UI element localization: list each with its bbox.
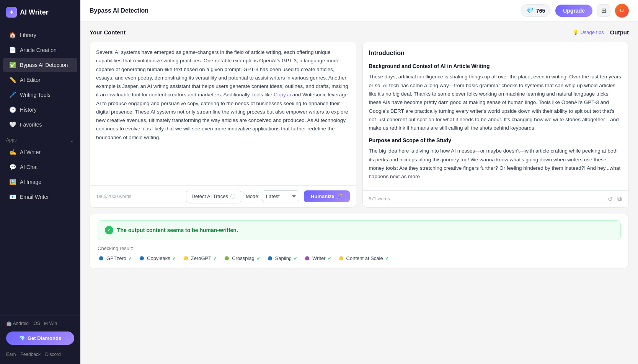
output-intro-heading: Introduction bbox=[369, 48, 623, 58]
your-content-label: Your Content bbox=[90, 29, 126, 36]
usage-tips[interactable]: 💡 Usage tips bbox=[573, 29, 604, 35]
success-check-icon: ✓ bbox=[105, 226, 113, 234]
sidebar-nav: 🏠Library📄Article Creation✅Bypass AI Dete… bbox=[0, 24, 80, 315]
output-label: Output bbox=[610, 29, 629, 36]
checker-item-zerogpt: 🟡ZeroGPT✓ bbox=[182, 255, 217, 262]
sidebar-item-article-creation[interactable]: 📄Article Creation bbox=[3, 43, 77, 57]
app-item-label: AI Chat bbox=[20, 164, 38, 170]
checker-name: ZeroGPT bbox=[191, 255, 211, 261]
copy-ai-link[interactable]: Copy.ai bbox=[274, 92, 291, 98]
checker-name: Crossplag bbox=[232, 255, 255, 261]
checker-row: 🔵GPTzero✓🔵Copyleaks✓🟡ZeroGPT✓🟢Crossplag✓… bbox=[98, 255, 621, 262]
apps-section-label: Apps ⌄ bbox=[0, 132, 80, 145]
mode-select-input[interactable]: Latest Standard Advanced bbox=[262, 190, 299, 202]
word-count: 1865/2000 words bbox=[96, 194, 181, 199]
grid-view-button[interactable]: ⊞ bbox=[597, 4, 610, 17]
article-creation-icon: 📄 bbox=[9, 47, 16, 54]
checker-name: Sapling bbox=[275, 255, 292, 261]
checker-name: Content at Scale bbox=[346, 255, 383, 261]
checker-item-sapling: 🔵Sapling✓ bbox=[266, 255, 297, 262]
your-content-body[interactable]: Several AI systems have emerged as game-… bbox=[90, 42, 356, 185]
your-content-footer: 1865/2000 words Detect AI Traces ⓘ Mode:… bbox=[90, 185, 356, 207]
checker-item-crossplag: 🟢Crossplag✓ bbox=[223, 255, 260, 262]
checker-item-writer: 🟣Writer✓ bbox=[303, 255, 331, 262]
sidebar-item-label: Bypass AI Detection bbox=[20, 62, 68, 68]
sidebar-item-ai-editor[interactable]: ✏️AI Editor bbox=[3, 73, 77, 87]
app-item-ai-chat[interactable]: 💬AI Chat bbox=[3, 160, 77, 174]
detection-success-banner: ✓ The output content seems to be human-w… bbox=[98, 220, 621, 240]
upgrade-button[interactable]: Upgrade bbox=[555, 5, 592, 17]
platform-ios[interactable]: iOS bbox=[33, 321, 40, 326]
favorites-icon: 🤍 bbox=[9, 121, 16, 128]
success-message: The output content seems to be human-wri… bbox=[117, 227, 238, 233]
app-item-ai-image[interactable]: 🖼️AI Image bbox=[3, 175, 77, 189]
detection-card: ✓ The output content seems to be human-w… bbox=[90, 214, 629, 268]
detect-btn-label: Detect AI Traces bbox=[192, 193, 228, 199]
credits-badge: 💎 765 bbox=[521, 4, 551, 17]
checker-checkmark: ✓ bbox=[385, 256, 389, 261]
output-section2-heading: Purpose and Scope of the Study bbox=[369, 136, 623, 145]
copy-button[interactable]: ⧉ bbox=[617, 195, 622, 203]
sidebar-item-label: Article Creation bbox=[20, 47, 57, 53]
platform-android[interactable]: 🤖 Android bbox=[6, 321, 29, 326]
usage-tips-label: Usage tips bbox=[580, 29, 604, 35]
earn-link[interactable]: Earn bbox=[6, 352, 16, 357]
checker-checkmark: ✓ bbox=[294, 256, 297, 261]
app-logo[interactable]: ✦ AI Writer bbox=[0, 0, 80, 24]
output-body: Introduction Background and Context of A… bbox=[363, 42, 629, 190]
app-item-email-writer[interactable]: 📧Email Writer bbox=[3, 190, 77, 204]
header: Bypass AI Detection 💎 765 Upgrade ⊞ U bbox=[80, 0, 638, 21]
checker-item-gptzero: 🔵GPTzero✓ bbox=[98, 255, 132, 262]
two-column-panels: Several AI systems have emerged as game-… bbox=[90, 42, 629, 208]
email-writer-icon: 📧 bbox=[9, 193, 16, 200]
sidebar-item-bypass-ai-detection[interactable]: ✅Bypass AI Detection bbox=[3, 58, 77, 72]
checking-label: Checking result: bbox=[98, 245, 621, 251]
sidebar-item-history[interactable]: 🕒History bbox=[3, 102, 77, 117]
feedback-link[interactable]: Feedback bbox=[20, 352, 41, 357]
avatar[interactable]: U bbox=[615, 4, 629, 18]
sidebar-item-library[interactable]: 🏠Library bbox=[3, 28, 77, 42]
writing-tools-icon: 🖊️ bbox=[9, 91, 16, 98]
GPTzero-icon: 🔵 bbox=[98, 255, 104, 262]
discord-link[interactable]: Discord bbox=[45, 352, 61, 357]
ai-writer-icon: ✍️ bbox=[9, 149, 16, 156]
output-footer: 871 words ↺ ⧉ bbox=[363, 190, 629, 207]
app-item-label: Email Writer bbox=[20, 194, 49, 200]
checker-checkmark: ✓ bbox=[172, 256, 176, 261]
humanize-label: Humanize bbox=[311, 193, 334, 199]
ai-image-icon: 🖼️ bbox=[9, 179, 16, 185]
sidebar-item-favorites[interactable]: 🤍Favorites bbox=[3, 117, 77, 132]
sidebar-footer: Earn Feedback Discord bbox=[0, 348, 80, 361]
sidebar-item-label: Library bbox=[20, 32, 36, 38]
content-text: Several AI systems have emerged as game-… bbox=[96, 48, 350, 142]
humanize-button[interactable]: Humanize 🪄 bbox=[304, 190, 349, 202]
usage-tips-icon: 💡 bbox=[573, 29, 579, 35]
humanize-icon: 🪄 bbox=[337, 193, 343, 199]
get-diamonds-button[interactable]: 💎 Get Diamonds bbox=[6, 332, 74, 345]
ai-chat-icon: 💬 bbox=[9, 164, 16, 171]
mode-selector: Mode: Latest Standard Advanced bbox=[246, 190, 299, 202]
diamond-icon: 💎 bbox=[19, 335, 25, 341]
mode-label: Mode: bbox=[246, 193, 259, 199]
Copyleaks-icon: 🔵 bbox=[138, 255, 145, 262]
checker-item-content-at-scale: 🟡Content at Scale✓ bbox=[338, 255, 389, 262]
credits-value: 765 bbox=[536, 8, 545, 14]
platform-win[interactable]: ⊞ Win bbox=[44, 321, 57, 326]
platform-row: 🤖 Android iOS ⊞ Win bbox=[0, 318, 80, 328]
checker-name: Writer bbox=[312, 255, 325, 261]
checker-item-copyleaks: 🔵Copyleaks✓ bbox=[138, 255, 176, 262]
your-content-panel: Several AI systems have emerged as game-… bbox=[90, 42, 356, 208]
sidebar-item-label: Favorites bbox=[20, 122, 42, 128]
content-header: Your Content 💡 Usage tips Output bbox=[90, 29, 629, 36]
output-panel: Introduction Background and Context of A… bbox=[362, 42, 629, 208]
history-icon: 🕒 bbox=[9, 106, 16, 113]
bypass-ai-detection-icon: ✅ bbox=[9, 62, 16, 68]
checker-name: GPTzero bbox=[106, 255, 126, 261]
app-item-ai-writer[interactable]: ✍️AI Writer bbox=[3, 145, 77, 159]
output-word-count: 871 words bbox=[369, 196, 390, 202]
detect-ai-traces-button[interactable]: Detect AI Traces ⓘ bbox=[186, 190, 241, 203]
Writer-icon: 🟣 bbox=[303, 255, 310, 262]
sidebar-item-label: Writing Tools bbox=[20, 92, 51, 98]
undo-button[interactable]: ↺ bbox=[607, 195, 614, 203]
sidebar-item-writing-tools[interactable]: 🖊️Writing Tools bbox=[3, 88, 77, 102]
